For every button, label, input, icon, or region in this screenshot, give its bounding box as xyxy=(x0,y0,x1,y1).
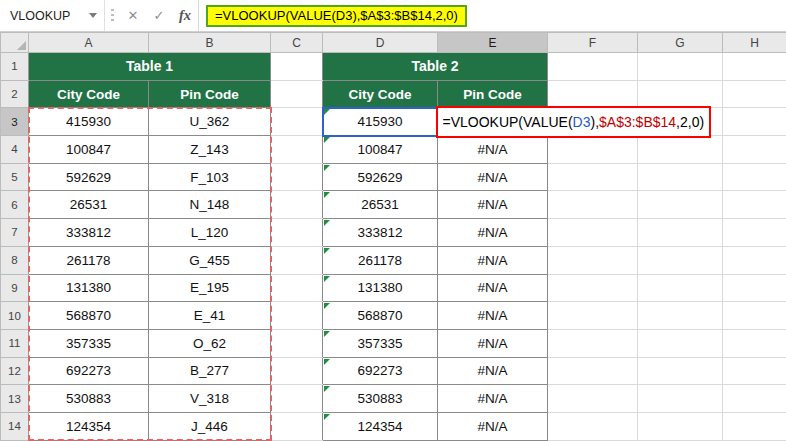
cell-B12[interactable]: B_277 xyxy=(149,357,271,385)
cell-D6[interactable]: 26531 xyxy=(323,191,438,219)
row-header-8[interactable]: 8 xyxy=(1,246,29,274)
cell-B14[interactable]: J_446 xyxy=(149,412,271,440)
cell-F7[interactable] xyxy=(548,219,638,247)
cell-D10[interactable]: 568870 xyxy=(323,302,438,330)
select-all-corner[interactable] xyxy=(1,33,29,53)
row-header-6[interactable]: 6 xyxy=(1,191,29,219)
cell-C13[interactable] xyxy=(271,385,323,413)
cell-A4[interactable]: 100847 xyxy=(29,136,149,164)
cell-G5[interactable] xyxy=(638,163,723,191)
cell-H1[interactable] xyxy=(723,53,786,81)
column-header-D[interactable]: D xyxy=(323,33,438,53)
column-header-A[interactable]: A xyxy=(29,33,149,53)
cell-E7[interactable]: #N/A xyxy=(438,219,548,247)
cell-D5[interactable]: 592629 xyxy=(323,163,438,191)
row-header-12[interactable]: 12 xyxy=(1,357,29,385)
cell-G10[interactable] xyxy=(638,302,723,330)
cell-E13[interactable]: #N/A xyxy=(438,385,548,413)
cell-C10[interactable] xyxy=(271,302,323,330)
cell-G14[interactable] xyxy=(638,412,723,440)
cell-C3[interactable] xyxy=(271,108,323,136)
cell-C12[interactable] xyxy=(271,357,323,385)
cell-D9[interactable]: 131380 xyxy=(323,274,438,302)
cell-C2[interactable] xyxy=(271,80,323,108)
cell-B13[interactable]: V_318 xyxy=(149,385,271,413)
column-header-C[interactable]: C xyxy=(271,33,323,53)
cell-F5[interactable] xyxy=(548,163,638,191)
cell-A10[interactable]: 568870 xyxy=(29,302,149,330)
cell-F11[interactable] xyxy=(548,329,638,357)
cell-B2[interactable]: Pin Code xyxy=(149,80,271,108)
cell-A13[interactable]: 530883 xyxy=(29,385,149,413)
cell-B6[interactable]: N_148 xyxy=(149,191,271,219)
row-header-9[interactable]: 9 xyxy=(1,274,29,302)
cell-H14[interactable] xyxy=(723,412,786,440)
column-header-G[interactable]: G xyxy=(638,33,723,53)
cell-E10[interactable]: #N/A xyxy=(438,302,548,330)
cell-C5[interactable] xyxy=(271,163,323,191)
cell-A7[interactable]: 333812 xyxy=(29,219,149,247)
cell-G12[interactable] xyxy=(638,357,723,385)
cell-G13[interactable] xyxy=(638,385,723,413)
cell-E2[interactable]: Pin Code xyxy=(438,80,548,108)
cell-C6[interactable] xyxy=(271,191,323,219)
cell-E6[interactable]: #N/A xyxy=(438,191,548,219)
cell-A1[interactable]: Table 1 xyxy=(29,53,271,81)
cell-H8[interactable] xyxy=(723,246,786,274)
row-header-11[interactable]: 11 xyxy=(1,329,29,357)
cell-F1[interactable] xyxy=(548,53,638,81)
cell-A11[interactable]: 357335 xyxy=(29,329,149,357)
column-header-B[interactable]: B xyxy=(149,33,271,53)
name-box-dropdown-icon[interactable] xyxy=(89,13,97,18)
cell-D13[interactable]: 530883 xyxy=(323,385,438,413)
cell-H5[interactable] xyxy=(723,163,786,191)
cell-H12[interactable] xyxy=(723,357,786,385)
cell-H2[interactable] xyxy=(723,80,786,108)
cancel-button[interactable]: ✕ xyxy=(120,0,146,31)
cell-F10[interactable] xyxy=(548,302,638,330)
cell-F9[interactable] xyxy=(548,274,638,302)
cell-F8[interactable] xyxy=(548,246,638,274)
insert-function-button[interactable]: fx xyxy=(172,0,198,31)
cell-A3[interactable]: 415930 xyxy=(29,108,149,136)
cell-D4[interactable]: 100847 xyxy=(323,136,438,164)
row-header-3[interactable]: 3 xyxy=(1,108,29,136)
cell-G6[interactable] xyxy=(638,191,723,219)
cell-C9[interactable] xyxy=(271,274,323,302)
cell-G4[interactable] xyxy=(638,136,723,164)
row-header-7[interactable]: 7 xyxy=(1,219,29,247)
formula-bar[interactable]: =VLOOKUP(VALUE(D3),$A$3:$B$14,2,0) xyxy=(198,0,786,31)
cell-H11[interactable] xyxy=(723,329,786,357)
cell-D11[interactable]: 357335 xyxy=(323,329,438,357)
cell-B10[interactable]: E_41 xyxy=(149,302,271,330)
column-header-F[interactable]: F xyxy=(548,33,638,53)
cell-B9[interactable]: E_195 xyxy=(149,274,271,302)
cell-B11[interactable]: O_62 xyxy=(149,329,271,357)
cell-E11[interactable]: #N/A xyxy=(438,329,548,357)
column-header-E[interactable]: E xyxy=(438,33,548,53)
active-cell-formula[interactable]: =VLOOKUP(VALUE(D3),$A$3:$B$14,2,0) xyxy=(436,106,712,138)
row-header-4[interactable]: 4 xyxy=(1,136,29,164)
cell-B3[interactable]: U_362 xyxy=(149,108,271,136)
row-header-10[interactable]: 10 xyxy=(1,302,29,330)
cell-F2[interactable] xyxy=(548,80,638,108)
row-header-14[interactable]: 14 xyxy=(1,412,29,440)
cell-A12[interactable]: 692273 xyxy=(29,357,149,385)
cell-E5[interactable]: #N/A xyxy=(438,163,548,191)
cell-G9[interactable] xyxy=(638,274,723,302)
cell-C7[interactable] xyxy=(271,219,323,247)
cell-H7[interactable] xyxy=(723,219,786,247)
name-box[interactable]: VLOOKUP xyxy=(0,0,104,31)
cell-D1[interactable]: Table 2 xyxy=(323,53,548,81)
cell-G2[interactable] xyxy=(638,80,723,108)
cell-A14[interactable]: 124354 xyxy=(29,412,149,440)
cell-E12[interactable]: #N/A xyxy=(438,357,548,385)
cell-D12[interactable]: 692273 xyxy=(323,357,438,385)
cell-G8[interactable] xyxy=(638,246,723,274)
cell-D3[interactable]: 415930 xyxy=(323,108,438,136)
cell-D2[interactable]: City Code xyxy=(323,80,438,108)
cell-A2[interactable]: City Code xyxy=(29,80,149,108)
row-header-5[interactable]: 5 xyxy=(1,163,29,191)
enter-button[interactable]: ✓ xyxy=(146,0,172,31)
cell-E9[interactable]: #N/A xyxy=(438,274,548,302)
